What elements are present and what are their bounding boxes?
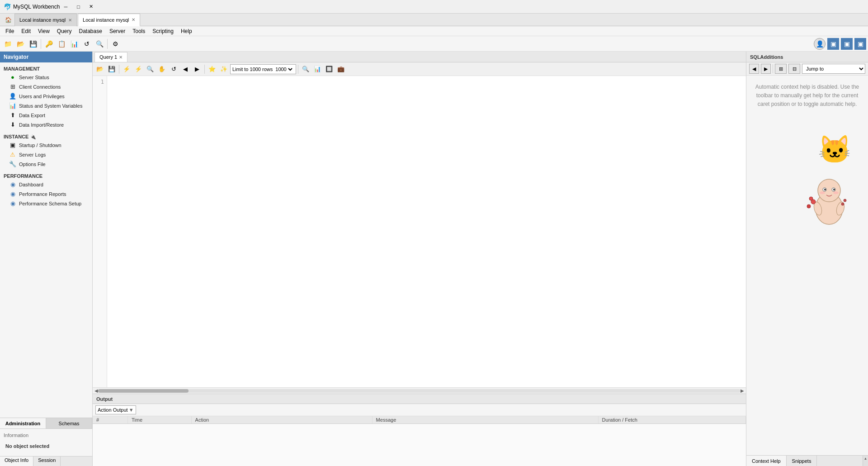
sql-execute[interactable]: ⚡ — [121, 64, 132, 75]
tab-close-0[interactable]: ✕ — [68, 18, 72, 23]
sqladd-prev[interactable]: ◀ — [749, 64, 759, 74]
hscroll-track[interactable] — [98, 389, 741, 393]
action-output-select[interactable]: Action Output ▼ — [95, 405, 136, 414]
query-tab-close[interactable]: ✕ — [119, 55, 123, 60]
sql-prev[interactable]: ◀ — [180, 64, 191, 75]
menu-server[interactable]: Server — [106, 27, 129, 35]
sqladd-next[interactable]: ▶ — [761, 64, 771, 74]
sql-bookmark[interactable]: ⭐ — [207, 64, 217, 75]
svg-point-5 — [833, 189, 835, 190]
menu-database[interactable]: Database — [75, 27, 106, 35]
nav-server-status[interactable]: ● Server Status — [0, 72, 92, 82]
sql-col-auto[interactable]: 📊 — [312, 64, 323, 75]
line-1: 1 — [93, 78, 104, 86]
tab-bar: 🏠 Local instance mysql ✕ Local instance … — [0, 14, 868, 26]
close-button[interactable]: ✕ — [85, 2, 97, 11]
tb-view1[interactable]: ▣ — [827, 38, 839, 50]
menu-view[interactable]: View — [34, 27, 53, 35]
maximize-button[interactable]: □ — [72, 2, 84, 11]
hscroll-right[interactable]: ▶ — [741, 388, 744, 393]
limit-select-container[interactable]: Limit to 1000 rows 1000 500 200 5000 — [230, 64, 296, 74]
tab-label-0: Local instance mysql — [19, 17, 66, 23]
sql-beautify[interactable]: ✨ — [218, 64, 229, 75]
tb-new-schema[interactable]: 📁 — [2, 38, 14, 50]
sql-grid[interactable]: 🔲 — [324, 64, 335, 75]
tb-settings[interactable]: ⚙ — [109, 38, 121, 50]
menu-scripting[interactable]: Scripting — [149, 27, 177, 35]
sql-stop[interactable]: ✋ — [156, 64, 167, 75]
hscroll-thumb[interactable] — [98, 389, 189, 393]
nav-performance-reports[interactable]: ◉ Performance Reports — [0, 189, 92, 199]
tb-save[interactable]: 💾 — [27, 38, 39, 50]
sqladd-help-btn2[interactable]: ⊟ — [788, 64, 800, 74]
section-performance: PERFORMANCE — [0, 171, 92, 180]
sqladd-content: Automatic context help is disabled. Use … — [746, 76, 868, 455]
tab-0[interactable]: Local instance mysql ✕ — [14, 14, 77, 26]
tb-account[interactable]: 👤 — [814, 38, 826, 50]
sql-toolbar: 📂 💾 ⚡ ⚡ 🔍 ✋ ↺ ◀ ▶ ⭐ ✨ Limit to 1000 rows… — [93, 62, 746, 76]
nav-startup-shutdown[interactable]: ▣ Startup / Shutdown — [0, 140, 92, 150]
tb-query[interactable]: 📊 — [68, 38, 80, 50]
navigator-header: Navigator — [0, 52, 92, 62]
query-tabs: Query 1 ✕ — [93, 52, 746, 62]
menu-query[interactable]: Query — [53, 27, 75, 35]
section-instance: INSTANCE 🔌 — [0, 132, 92, 140]
nav-data-import[interactable]: ⬇ Data Import/Restore — [0, 120, 92, 129]
nav-data-export[interactable]: ⬆ Data Export — [0, 110, 92, 120]
sql-editor[interactable] — [107, 76, 746, 387]
tb-view3[interactable]: ▣ — [854, 38, 866, 50]
hscroll-left[interactable]: ◀ — [94, 388, 98, 393]
tab-close-1[interactable]: ✕ — [132, 17, 135, 22]
menu-help[interactable]: Help — [177, 27, 196, 35]
sql-explain[interactable]: 🔍 — [145, 64, 156, 75]
nav-status-variables[interactable]: 📊 Status and System Variables — [0, 101, 92, 110]
sql-undo[interactable]: ↺ — [168, 64, 179, 75]
startup-icon: ▣ — [9, 142, 16, 148]
sidebar-tab-administration[interactable]: Administration — [0, 418, 46, 428]
tab-1[interactable]: Local instance mysql ✕ — [78, 14, 140, 26]
obj-tab-info[interactable]: Object Info — [0, 456, 33, 466]
menu-file[interactable]: File — [2, 27, 18, 35]
right-scrollbar[interactable]: ▲ — [863, 456, 868, 466]
sql-execute-sel[interactable]: ⚡ — [133, 64, 144, 75]
nav-users-privileges[interactable]: 👤 Users and Privileges — [0, 91, 92, 101]
sqladd-tab-snippets[interactable]: Snippets — [787, 456, 817, 466]
tb-right-controls: 👤 ▣ ▣ ▣ — [814, 38, 866, 50]
tb-search[interactable]: 🔍 — [94, 38, 105, 50]
nav-dashboard[interactable]: ◉ Dashboard — [0, 180, 92, 189]
tb-open[interactable]: 📂 — [14, 38, 26, 50]
output-table: # Time Action Message Duration / Fetch — [93, 416, 746, 466]
sidebar: Navigator MANAGEMENT ● Server Status ⊞ C… — [0, 52, 93, 466]
sql-save[interactable]: 💾 — [106, 64, 117, 75]
tb-refresh[interactable]: ↺ — [81, 38, 93, 50]
obj-tab-session[interactable]: Session — [33, 456, 61, 466]
limit-dropdown[interactable]: 1000 500 200 5000 — [274, 66, 294, 72]
sidebar-tab-schemas[interactable]: Schemas — [46, 418, 92, 428]
menu-tools[interactable]: Tools — [129, 27, 149, 35]
sql-export[interactable]: 💼 — [335, 64, 346, 75]
nav-options-file[interactable]: 🔧 Options File — [0, 159, 92, 169]
sqladd-header: SQLAdditions — [746, 52, 868, 62]
right-panel: SQLAdditions ◀ ▶ ⊞ ⊟ Jump to Automatic c… — [746, 52, 868, 466]
nav-perf-schema[interactable]: ◉ Performance Schema Setup — [0, 199, 92, 208]
menu-edit[interactable]: Edit — [18, 27, 34, 35]
tb-connect[interactable]: 🔑 — [43, 38, 55, 50]
sql-sep-2 — [204, 65, 205, 74]
sqladd-tab-context-help[interactable]: Context Help — [746, 456, 787, 466]
sql-zoom-in[interactable]: 🔍 — [300, 64, 311, 75]
sql-open[interactable]: 📂 — [94, 64, 105, 75]
hscroll-bar[interactable]: ◀ ▶ — [93, 387, 746, 394]
sqladd-help-btn1[interactable]: ⊞ — [775, 64, 787, 74]
nav-server-logs[interactable]: ⚠ Server Logs — [0, 150, 92, 159]
home-tab[interactable]: 🏠 — [2, 14, 14, 26]
app-title: MySQL Workbench — [13, 4, 60, 10]
minimize-button[interactable]: ─ — [60, 2, 71, 11]
sql-next[interactable]: ▶ — [192, 64, 203, 75]
jump-select[interactable]: Jump to — [802, 64, 865, 74]
tb-table[interactable]: 📋 — [56, 38, 67, 50]
sqladd-help-text: Automatic context help is disabled. Use … — [754, 83, 861, 109]
col-duration: Duration / Fetch — [598, 416, 745, 424]
tb-view2[interactable]: ▣ — [841, 38, 853, 50]
query-tab-1[interactable]: Query 1 ✕ — [94, 52, 127, 62]
nav-client-connections[interactable]: ⊞ Client Connections — [0, 82, 92, 91]
